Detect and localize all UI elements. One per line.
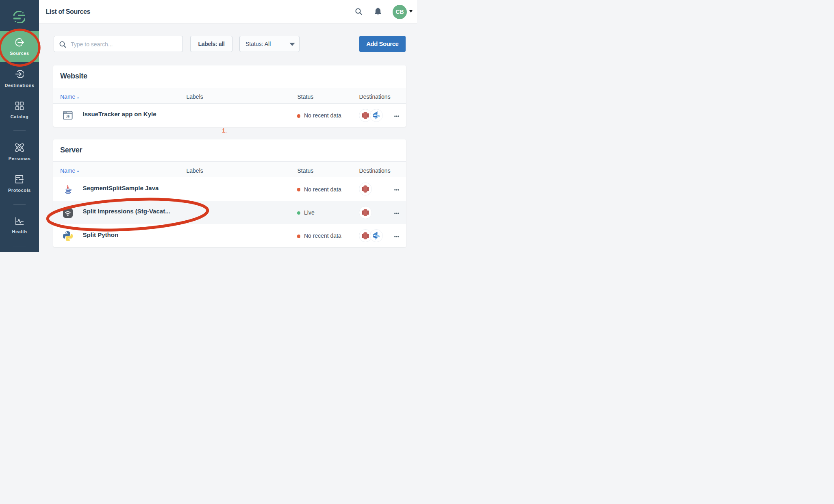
svg-text:JS: JS bbox=[66, 115, 70, 118]
